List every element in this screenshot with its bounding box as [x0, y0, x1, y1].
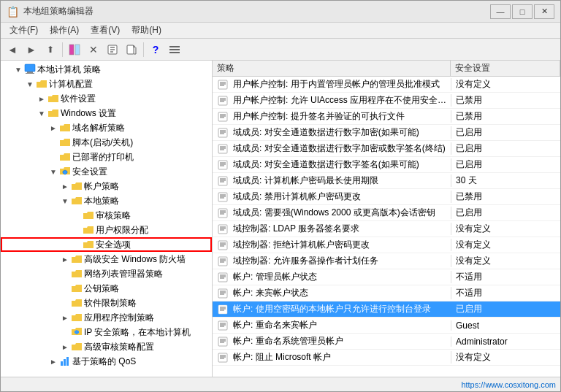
policy-icon [215, 302, 230, 317]
policy-row[interactable]: 用户帐户控制: 提升签名并验证的可执行文件 已禁用 [213, 109, 560, 125]
policy-icon [215, 222, 230, 237]
tree-item-security-settings[interactable]: ▼ 安全设置 [1, 164, 212, 179]
toolbar: ◄ ► ⬆ ✕ ? [1, 39, 560, 61]
tree-item-advanced-audit[interactable]: ► 高级审核策略配置 [1, 339, 212, 354]
folder-icon-printers [59, 151, 71, 163]
folder-icon-public-key [71, 283, 83, 294]
policy-value: 不适用 [451, 271, 560, 283]
policy-row[interactable]: 域成员: 需要强(Windows 2000 或更高版本)会话密钥 已启用 [213, 205, 560, 221]
tree-item-software-restriction[interactable]: 软件限制策略 [1, 296, 212, 310]
title-bar: 📋 本地组策略编辑器 — □ ✕ [1, 1, 560, 23]
toggle-security-settings[interactable]: ▼ [47, 166, 59, 177]
extra-button[interactable] [166, 41, 183, 58]
col-header-policy[interactable]: 策略 [213, 61, 451, 76]
toggle-computer-config[interactable]: ▼ [24, 78, 36, 90]
toggle-applocker[interactable]: ► [59, 312, 71, 323]
tree-item-local-policy[interactable]: ▼ 本地策略 [1, 193, 212, 208]
menu-file[interactable]: 文件(F) [4, 23, 44, 38]
policy-row[interactable]: 帐户: 阻止 Microsoft 帐户 没有定义 [213, 350, 560, 366]
policy-row[interactable]: 域控制器: 允许服务器操作者计划任务 没有定义 [213, 253, 560, 269]
policy-row[interactable]: 域控制器: LDAP 服务器签名要求 没有定义 [213, 221, 560, 237]
toggle-firewall[interactable]: ► [59, 253, 71, 265]
left-panel-wrapper: ▼ 本地计算机 策略 [1, 61, 213, 377]
tree-item-audit[interactable]: 审核策略 [1, 208, 212, 223]
policy-row[interactable]: 域成员: 对安全通道数据进行数字签名(如果可能) 已启用 [213, 157, 560, 173]
policy-icon [215, 93, 230, 108]
tree-item-applocker[interactable]: ► 应用程序控制策略 [1, 310, 212, 325]
toggle-advanced-audit[interactable]: ► [59, 341, 71, 353]
policy-row[interactable]: 帐户: 重命名系统管理员帐户 Administrator [213, 334, 560, 350]
policy-name: 域成员: 禁用计算机帐户密码更改 [230, 191, 451, 203]
delete-button[interactable]: ✕ [85, 41, 102, 58]
toggle-dns[interactable]: ► [47, 122, 59, 134]
tree-item-computer-config[interactable]: ▼ 计算机配置 [1, 77, 212, 91]
tree-label-account-policy: 帐户策略 [84, 180, 119, 193]
toolbar-separator-2 [143, 42, 144, 57]
up-button[interactable]: ⬆ [42, 41, 59, 58]
policy-row-selected[interactable]: 帐户: 使用空密码的本地帐户只允许进行控制台登录 已启用 [213, 301, 560, 318]
tree-item-root[interactable]: ▼ 本地计算机 策略 [1, 62, 212, 77]
policy-row[interactable]: 帐户: 管理员帐户状态 不适用 [213, 269, 560, 285]
tree-label-computer-config: 计算机配置 [49, 78, 93, 91]
tree-item-windows-settings[interactable]: ▼ Windows 设置 [1, 106, 212, 120]
col-header-security[interactable]: 安全设置 [451, 61, 560, 76]
policy-row[interactable]: 用户帐户控制: 用于内置管理员帐户的管理员批准模式 没有定义 [213, 77, 560, 93]
toggle-local-policy[interactable]: ▼ [59, 195, 71, 207]
svg-rect-15 [27, 72, 33, 73]
tree-item-user-rights[interactable]: 用户权限分配 [1, 223, 212, 237]
tree-label-security-options: 安全选项 [96, 239, 131, 251]
tree-item-qos[interactable]: ► 基于策略的 QoS [1, 354, 212, 369]
policy-value: 30 天 [451, 174, 560, 187]
policy-value: 已禁用 [451, 110, 560, 123]
tree-item-public-key[interactable]: 公钥策略 [1, 281, 212, 296]
policy-icon [215, 334, 230, 349]
right-panel: 策略 安全设置 用户帐户控制: 用于内置管理员帐户的管理员批准模式 没有定义 [213, 61, 560, 377]
folder-icon-network-list [71, 268, 83, 280]
policy-row[interactable]: 帐户: 重命名来宾帐户 Guest [213, 318, 560, 334]
toggle-software[interactable]: ► [36, 93, 47, 104]
policy-row[interactable]: 域成员: 对安全通道数据进行数字加密(如果可能) 已启用 [213, 125, 560, 141]
folder-icon-applocker [71, 312, 83, 323]
policy-icon [215, 238, 230, 253]
svg-rect-52 [218, 209, 227, 218]
toggle-qos[interactable]: ► [47, 356, 59, 367]
menu-help[interactable]: 帮助(H) [126, 23, 167, 38]
tree-item-software[interactable]: ► 软件设置 [1, 91, 212, 106]
svg-rect-13 [169, 52, 180, 53]
toggle-root[interactable]: ▼ [12, 64, 24, 75]
policy-row[interactable]: 域成员: 计算机帐户密码最长使用期限 30 天 [213, 173, 560, 189]
policy-row[interactable]: 域成员: 对安全通道数据进行数字加密或数字签名(终结) 已启用 [213, 141, 560, 157]
export-button[interactable] [123, 41, 140, 58]
back-button[interactable]: ◄ [4, 41, 21, 58]
tree-item-account-policy[interactable]: ► 帐户策略 [1, 179, 212, 193]
close-button[interactable]: ✕ [534, 4, 554, 19]
menu-action[interactable]: 操作(A) [44, 23, 85, 38]
tree-item-dns[interactable]: ► 域名解析策略 [1, 120, 212, 135]
maximize-button[interactable]: □ [512, 4, 533, 19]
menu-view[interactable]: 查看(V) [85, 23, 126, 38]
properties-button[interactable] [104, 41, 121, 58]
policy-row[interactable]: 用户帐户控制: 允许 UIAccess 应用程序在不使用安全桌面... 已禁用 [213, 93, 560, 109]
tree-item-printers[interactable]: 已部署的打印机 [1, 150, 212, 164]
tree-item-network-list[interactable]: 网络列表管理器策略 [1, 266, 212, 281]
svg-rect-20 [218, 80, 227, 89]
policy-row[interactable]: 域控制器: 拒绝计算机帐户密码更改 没有定义 [213, 237, 560, 253]
tree-item-ip-security[interactable]: IP 安全策略，在本地计算机 [1, 325, 212, 339]
minimize-button[interactable]: — [490, 4, 511, 19]
tree-label-root: 本地计算机 策略 [37, 64, 101, 76]
show-hide-button[interactable] [66, 41, 83, 58]
forward-button[interactable]: ► [23, 41, 40, 58]
policy-value: 没有定义 [451, 78, 560, 91]
policy-value: Administrator [451, 337, 560, 347]
tree-item-security-options[interactable]: 安全选项 [1, 237, 212, 252]
tree-label-audit: 审核策略 [96, 210, 131, 222]
tree-item-firewall[interactable]: ► 高级安全 Windows 防火墙 [1, 252, 212, 266]
svg-rect-40 [218, 161, 227, 169]
svg-rect-1 [75, 45, 80, 55]
toggle-windows-settings[interactable]: ▼ [36, 107, 47, 119]
help-button[interactable]: ? [147, 41, 164, 58]
policy-row[interactable]: 帐户: 来宾帐户状态 不适用 [213, 285, 560, 301]
tree-item-scripts[interactable]: 脚本(启动/关机) [1, 135, 212, 150]
toggle-account-policy[interactable]: ► [59, 180, 71, 192]
policy-row[interactable]: 域成员: 禁用计算机帐户密码更改 已禁用 [213, 189, 560, 205]
